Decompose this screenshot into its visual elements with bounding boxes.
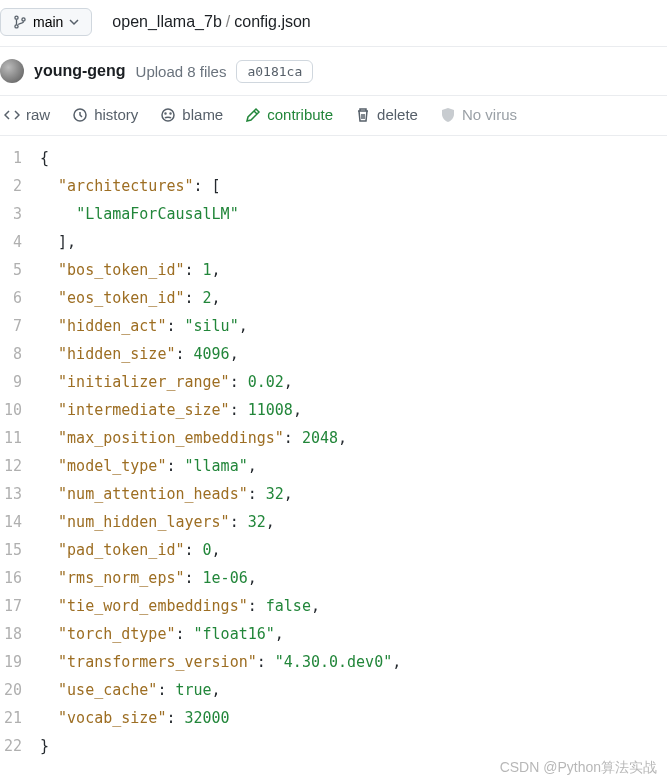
file-actions: raw history blame contribute delete No v… bbox=[0, 95, 667, 136]
line-number[interactable]: 6 bbox=[0, 284, 28, 312]
svg-point-0 bbox=[15, 16, 18, 19]
history-button[interactable]: history bbox=[72, 106, 138, 123]
code-line: "pad_token_id": 0, bbox=[40, 536, 401, 564]
line-number[interactable]: 12 bbox=[0, 452, 28, 480]
line-number[interactable]: 14 bbox=[0, 508, 28, 536]
svg-point-2 bbox=[22, 18, 25, 21]
code-line: "transformers_version": "4.30.0.dev0", bbox=[40, 648, 401, 676]
line-number[interactable]: 20 bbox=[0, 676, 28, 704]
no-virus-label: No virus bbox=[462, 106, 517, 123]
shield-icon bbox=[440, 107, 456, 123]
code-viewer: 12345678910111213141516171819202122 { "a… bbox=[0, 136, 667, 768]
code-line: "bos_token_id": 1, bbox=[40, 256, 401, 284]
line-number[interactable]: 7 bbox=[0, 312, 28, 340]
code-line: "architectures": [ bbox=[40, 172, 401, 200]
pencil-icon bbox=[245, 107, 261, 123]
code-line: "rms_norm_eps": 1e-06, bbox=[40, 564, 401, 592]
code-line: "intermediate_size": 11008, bbox=[40, 396, 401, 424]
history-icon bbox=[72, 107, 88, 123]
line-number[interactable]: 4 bbox=[0, 228, 28, 256]
line-number[interactable]: 5 bbox=[0, 256, 28, 284]
line-number[interactable]: 10 bbox=[0, 396, 28, 424]
contribute-button[interactable]: contribute bbox=[245, 106, 333, 123]
line-number[interactable]: 21 bbox=[0, 704, 28, 732]
line-number[interactable]: 3 bbox=[0, 200, 28, 228]
line-number[interactable]: 13 bbox=[0, 480, 28, 508]
code-line: { bbox=[40, 144, 401, 172]
svg-point-4 bbox=[162, 109, 174, 121]
contribute-label: contribute bbox=[267, 106, 333, 123]
no-virus-badge: No virus bbox=[440, 106, 517, 123]
chevron-down-icon bbox=[69, 17, 79, 27]
history-label: history bbox=[94, 106, 138, 123]
line-number[interactable]: 22 bbox=[0, 732, 28, 760]
breadcrumb-repo[interactable]: open_llama_7b bbox=[112, 13, 221, 31]
svg-point-6 bbox=[170, 113, 171, 114]
code-content[interactable]: { "architectures": [ "LlamaForCausalLM" … bbox=[40, 136, 401, 768]
trash-icon bbox=[355, 107, 371, 123]
code-line: "tie_word_embeddings": false, bbox=[40, 592, 401, 620]
commit-hash[interactable]: a0181ca bbox=[236, 60, 313, 83]
line-number[interactable]: 17 bbox=[0, 592, 28, 620]
code-line: "eos_token_id": 2, bbox=[40, 284, 401, 312]
line-number[interactable]: 15 bbox=[0, 536, 28, 564]
breadcrumb: open_llama_7b / config.json bbox=[112, 13, 310, 31]
code-line: ], bbox=[40, 228, 401, 256]
line-number-gutter: 12345678910111213141516171819202122 bbox=[0, 136, 40, 768]
raw-button[interactable]: raw bbox=[4, 106, 50, 123]
delete-label: delete bbox=[377, 106, 418, 123]
breadcrumb-separator: / bbox=[226, 13, 230, 31]
blame-button[interactable]: blame bbox=[160, 106, 223, 123]
line-number[interactable]: 19 bbox=[0, 648, 28, 676]
svg-point-1 bbox=[15, 25, 18, 28]
line-number[interactable]: 16 bbox=[0, 564, 28, 592]
code-icon bbox=[4, 107, 20, 123]
line-number[interactable]: 9 bbox=[0, 368, 28, 396]
branch-label: main bbox=[33, 14, 63, 30]
blame-label: blame bbox=[182, 106, 223, 123]
line-number[interactable]: 11 bbox=[0, 424, 28, 452]
line-number[interactable]: 18 bbox=[0, 620, 28, 648]
line-number[interactable]: 8 bbox=[0, 340, 28, 368]
code-line: "initializer_range": 0.02, bbox=[40, 368, 401, 396]
code-line: "vocab_size": 32000 bbox=[40, 704, 401, 732]
code-line: "max_position_embeddings": 2048, bbox=[40, 424, 401, 452]
branch-selector-button[interactable]: main bbox=[0, 8, 92, 36]
svg-point-5 bbox=[165, 113, 166, 114]
file-header: main open_llama_7b / config.json bbox=[0, 0, 667, 46]
blame-icon bbox=[160, 107, 176, 123]
breadcrumb-file: config.json bbox=[234, 13, 311, 31]
code-line: "hidden_act": "silu", bbox=[40, 312, 401, 340]
commit-message[interactable]: Upload 8 files bbox=[136, 63, 227, 80]
code-line: "hidden_size": 4096, bbox=[40, 340, 401, 368]
code-line: "model_type": "llama", bbox=[40, 452, 401, 480]
line-number[interactable]: 1 bbox=[0, 144, 28, 172]
commit-author[interactable]: young-geng bbox=[34, 62, 126, 80]
branch-icon bbox=[13, 15, 27, 29]
line-number[interactable]: 2 bbox=[0, 172, 28, 200]
watermark: CSDN @Python算法实战 bbox=[500, 759, 657, 768]
delete-button[interactable]: delete bbox=[355, 106, 418, 123]
code-line: "use_cache": true, bbox=[40, 676, 401, 704]
author-avatar[interactable] bbox=[0, 59, 24, 83]
code-line: "torch_dtype": "float16", bbox=[40, 620, 401, 648]
code-line: } bbox=[40, 732, 401, 760]
code-line: "num_attention_heads": 32, bbox=[40, 480, 401, 508]
code-line: "LlamaForCausalLM" bbox=[40, 200, 401, 228]
code-line: "num_hidden_layers": 32, bbox=[40, 508, 401, 536]
raw-label: raw bbox=[26, 106, 50, 123]
commit-info-row: young-geng Upload 8 files a0181ca bbox=[0, 46, 667, 95]
